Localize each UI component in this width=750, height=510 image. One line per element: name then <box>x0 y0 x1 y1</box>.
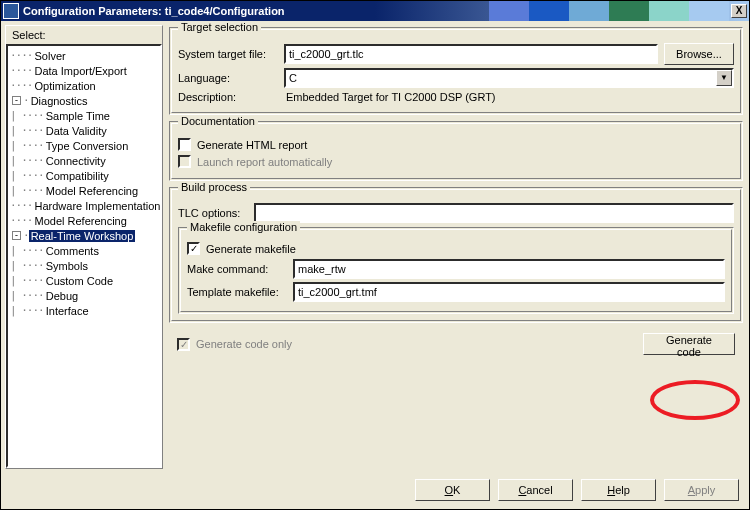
gen-html-checkbox[interactable] <box>178 138 191 151</box>
target-selection-group: Target selection System target file: Bro… <box>169 27 743 115</box>
make-command-input[interactable] <box>293 259 725 279</box>
description-label: Description: <box>178 91 278 103</box>
language-dropdown[interactable]: C ▼ <box>284 68 734 88</box>
apply-button[interactable]: Apply <box>664 479 739 501</box>
tree-item-optimization[interactable]: ····Optimization <box>8 78 160 93</box>
gen-makefile-checkbox[interactable]: ✓ <box>187 242 200 255</box>
tree-item-label: Model Referencing <box>33 215 129 227</box>
tree-expander-icon[interactable]: - <box>12 96 21 105</box>
gen-html-label: Generate HTML report <box>197 139 307 151</box>
generate-code-button[interactable]: Generate code <box>643 333 735 355</box>
tree-expander-icon[interactable]: - <box>12 231 21 240</box>
documentation-legend: Documentation <box>178 115 258 127</box>
makefile-config-legend: Makefile configuration <box>187 221 300 233</box>
makefile-config-group: Makefile configuration ✓ Generate makefi… <box>178 227 734 314</box>
tree-item-diagnostics[interactable]: -·Diagnostics <box>8 93 160 108</box>
window-title: Configuration Parameters: ti_code4/Confi… <box>23 5 285 17</box>
system-target-file-label: System target file: <box>178 48 278 60</box>
app-icon <box>3 3 19 19</box>
chevron-down-icon: ▼ <box>716 70 732 86</box>
left-pane: Select: ····Solver ····Data Import/Expor… <box>5 25 163 469</box>
tree-item-label: Model Referencing <box>44 185 140 197</box>
select-label: Select: <box>6 26 162 44</box>
tlc-options-label: TLC options: <box>178 207 248 219</box>
tree-item-model-referencing[interactable]: | ····Model Referencing <box>8 183 160 198</box>
tree-item-model-referencing[interactable]: ····Model Referencing <box>8 213 160 228</box>
tree-item-label: Sample Time <box>44 110 112 122</box>
category-tree[interactable]: ····Solver ····Data Import/Export ····Op… <box>6 44 162 468</box>
language-label: Language: <box>178 72 278 84</box>
tree-item-label: Data Validity <box>44 125 109 137</box>
tree-item-compatibility[interactable]: | ····Compatibility <box>8 168 160 183</box>
titlebar: Configuration Parameters: ti_code4/Confi… <box>1 1 749 21</box>
launch-report-checkbox <box>178 155 191 168</box>
tree-item-sample-time[interactable]: | ····Sample Time <box>8 108 160 123</box>
system-target-file-input[interactable] <box>284 44 658 64</box>
help-button[interactable]: Help <box>581 479 656 501</box>
cancel-button[interactable]: Cancel <box>498 479 573 501</box>
build-process-group: Build process TLC options: Makefile conf… <box>169 187 743 323</box>
tree-item-type-conversion[interactable]: | ····Type Conversion <box>8 138 160 153</box>
gen-code-only-label: Generate code only <box>196 338 292 350</box>
right-pane: Target selection System target file: Bro… <box>167 25 745 469</box>
make-command-label: Make command: <box>187 263 287 275</box>
close-button[interactable]: X <box>731 4 747 18</box>
tree-item-label: Custom Code <box>44 275 115 287</box>
tree-item-custom-code[interactable]: | ····Custom Code <box>8 273 160 288</box>
generate-row: ✓ Generate code only Generate code <box>169 329 743 359</box>
template-makefile-label: Template makefile: <box>187 286 287 298</box>
browse-button[interactable]: Browse... <box>664 43 734 65</box>
tree-item-hardware-implementation[interactable]: ····Hardware Implementation <box>8 198 160 213</box>
content-area: Select: ····Solver ····Data Import/Expor… <box>1 21 749 473</box>
language-value: C <box>289 72 297 84</box>
tree-item-label: Comments <box>44 245 101 257</box>
tree-item-label: Connectivity <box>44 155 108 167</box>
tree-item-label: Type Conversion <box>44 140 131 152</box>
target-selection-legend: Target selection <box>178 21 261 33</box>
titlebar-accent <box>489 1 729 21</box>
tree-item-data-import-export[interactable]: ····Data Import/Export <box>8 63 160 78</box>
tree-item-label: Symbols <box>44 260 90 272</box>
tree-item-label: Debug <box>44 290 80 302</box>
template-makefile-input[interactable] <box>293 282 725 302</box>
gen-makefile-label: Generate makefile <box>206 243 296 255</box>
description-value: Embedded Target for TI C2000 DSP (GRT) <box>284 91 734 103</box>
tree-item-label: Data Import/Export <box>33 65 129 77</box>
tree-item-data-validity[interactable]: | ····Data Validity <box>8 123 160 138</box>
launch-report-label: Launch report automatically <box>197 156 332 168</box>
tree-item-label: Optimization <box>33 80 98 92</box>
tree-item-label: Interface <box>44 305 91 317</box>
build-process-legend: Build process <box>178 181 250 193</box>
tree-item-label: Compatibility <box>44 170 111 182</box>
tree-item-real-time-workshop[interactable]: -·Real-Time Workshop <box>8 228 160 243</box>
documentation-group: Documentation Generate HTML report Launc… <box>169 121 743 181</box>
gen-code-only-checkbox: ✓ <box>177 338 190 351</box>
tree-item-interface[interactable]: | ····Interface <box>8 303 160 318</box>
tree-item-label: Real-Time Workshop <box>29 230 136 242</box>
dialog-button-bar: OK Cancel Help Apply <box>1 473 749 509</box>
tree-item-comments[interactable]: | ····Comments <box>8 243 160 258</box>
tlc-options-input[interactable] <box>254 203 734 223</box>
tree-item-label: Hardware Implementation <box>33 200 163 212</box>
config-params-window: Configuration Parameters: ti_code4/Confi… <box>0 0 750 510</box>
tree-item-connectivity[interactable]: | ····Connectivity <box>8 153 160 168</box>
tree-item-label: Diagnostics <box>29 95 90 107</box>
tree-item-debug[interactable]: | ····Debug <box>8 288 160 303</box>
tree-item-label: Solver <box>33 50 68 62</box>
tree-item-symbols[interactable]: | ····Symbols <box>8 258 160 273</box>
ok-button[interactable]: OK <box>415 479 490 501</box>
tree-item-solver[interactable]: ····Solver <box>8 48 160 63</box>
